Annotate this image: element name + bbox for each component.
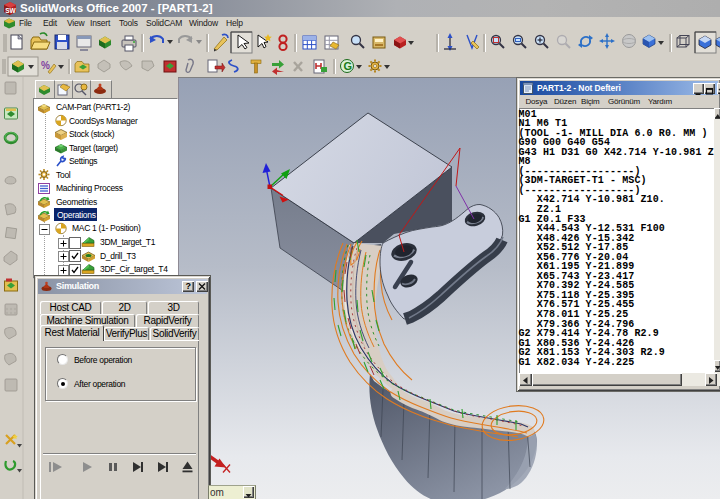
svg-text:%: %: [41, 60, 50, 71]
svg-text:G: G: [344, 60, 353, 72]
svg-text:SW: SW: [5, 7, 16, 14]
